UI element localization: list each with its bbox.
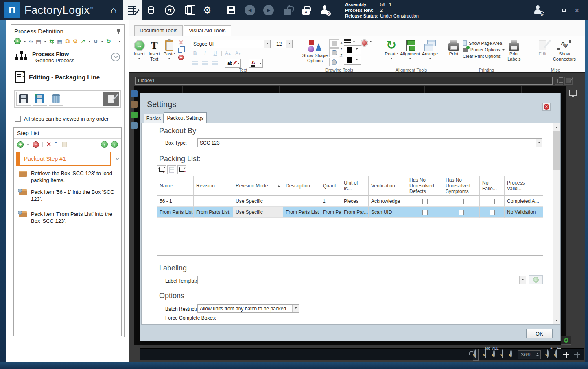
tab-visual-aid-tools[interactable]: Visual Aid Tools	[184, 25, 231, 36]
symptoms-checkbox[interactable]	[459, 199, 464, 204]
combo-caret-icon[interactable]	[264, 40, 270, 48]
show-shape-options-button[interactable]: Show Shape Options	[301, 37, 329, 64]
fit-to-screen-icon[interactable]	[569, 90, 577, 96]
zoom-spinner-arrows[interactable]	[534, 351, 540, 359]
import-save-button[interactable]: ↰	[33, 92, 47, 106]
batch-restrictions-combo[interactable]: Allow units from any batch to be packed	[197, 304, 299, 313]
add-step-icon[interactable]: +	[17, 141, 24, 148]
bold-button[interactable]: B	[191, 50, 199, 57]
collapse-toolbar-icon[interactable]	[118, 41, 121, 43]
add-dropdown-icon[interactable]	[24, 41, 26, 43]
column-header[interactable]: Unit of Is...	[341, 176, 369, 196]
column-header[interactable]: Verification...	[369, 176, 407, 196]
bell-icon[interactable]: Ω	[65, 38, 70, 44]
any-order-checkbox[interactable]	[15, 116, 21, 122]
insert-button[interactable]: → Insert	[132, 37, 147, 60]
step-item[interactable]: Pack item '56 - 1' into the Box 'SCC 123…	[14, 186, 121, 204]
browse-part-button[interactable]: ⌕	[157, 165, 166, 174]
edit-button[interactable]: Edit	[533, 37, 551, 57]
column-header[interactable]: Revision	[194, 176, 233, 196]
combo-caret-icon[interactable]	[292, 305, 299, 312]
dialog-close-button[interactable]: ✕	[542, 103, 551, 111]
box-type-combo[interactable]: SCC 123	[197, 138, 542, 147]
remove-step-icon[interactable]: −	[33, 141, 39, 148]
bucket-icon[interactable]: ∪	[94, 38, 98, 44]
scroll-down-icon[interactable]	[553, 317, 560, 324]
duplicate-page-icon[interactable]	[555, 77, 563, 85]
pan-move-icon[interactable]	[563, 352, 569, 358]
bucket-dropdown-icon[interactable]	[101, 41, 103, 43]
shrink-font-icon[interactable]: A▾	[234, 50, 242, 57]
shape-square-button[interactable]	[329, 39, 339, 48]
font-size-combo[interactable]: 12	[274, 40, 293, 48]
show-page-area-button[interactable]: Show Page Area	[463, 40, 505, 46]
print-button[interactable]: Print	[445, 37, 463, 57]
copy-icon[interactable]	[55, 142, 59, 147]
combo-caret-icon[interactable]	[536, 139, 542, 147]
save-icon[interactable]	[222, 0, 240, 20]
cut-icon[interactable]	[178, 40, 184, 46]
materials-icon[interactable]	[142, 0, 160, 20]
minimize-button[interactable]: –	[546, 5, 556, 15]
combo-caret-icon[interactable]	[286, 40, 292, 48]
cut-icon[interactable]	[46, 142, 52, 147]
save-button[interactable]	[16, 92, 31, 106]
grow-font-icon[interactable]: A▴	[224, 50, 232, 57]
print-dropdown-icon[interactable]	[44, 41, 46, 43]
search-binoculars-icon[interactable]: ∞	[29, 38, 33, 44]
find-process-icon[interactable]: ⚲	[315, 0, 334, 20]
column-header[interactable]: Quant...	[320, 176, 341, 196]
shape-scroll-down-icon[interactable]: ▼	[340, 47, 343, 51]
process-flow-row[interactable]: Process Flow Generic Process	[11, 47, 124, 67]
rotate-button[interactable]: ↻ Rotate	[383, 37, 400, 60]
export-dropdown-icon[interactable]	[88, 41, 91, 43]
zoom-in-fast-button[interactable]: ++	[555, 349, 558, 360]
column-header[interactable]: Has No Unresolved Symptoms	[443, 176, 480, 196]
symptoms-checkbox[interactable]	[459, 210, 464, 215]
copy-icon[interactable]	[178, 48, 182, 53]
no-failed-checkbox[interactable]	[490, 210, 495, 215]
scroll-up-icon[interactable]	[553, 123, 560, 130]
label-template-combo[interactable]	[197, 276, 526, 284]
home-icon[interactable]: ⌂	[104, 0, 123, 20]
zoom-in-button[interactable]: +	[546, 349, 549, 360]
exchange-icon[interactable]: ⇆	[49, 38, 54, 44]
column-header[interactable]: Has No Unresolved Defects	[407, 176, 443, 196]
gear-icon[interactable]: ⚙	[72, 38, 78, 44]
back-icon[interactable]: ◄	[240, 0, 259, 20]
export-icon[interactable]: ↗	[81, 38, 85, 44]
add-step-dropdown-icon[interactable]	[27, 144, 29, 146]
shape-more-icon[interactable]: ▼▔	[340, 53, 343, 60]
step-item[interactable]: Pack item 'From Parts List' into the Box…	[14, 208, 121, 226]
align-center-icon[interactable]	[201, 59, 209, 67]
record-indicator-button[interactable]	[561, 336, 571, 345]
shape-ellipse-button[interactable]	[329, 58, 339, 66]
picture-dropdown[interactable]	[361, 37, 372, 46]
column-header[interactable]: Name	[157, 176, 194, 196]
arrange-button[interactable]: Arrange	[420, 37, 439, 60]
font-family-combo[interactable]: Segoe UI	[191, 40, 271, 48]
zoom-all-button[interactable]: ALL	[492, 349, 496, 360]
clear-print-options-button[interactable]: Clear Print Options	[463, 54, 505, 59]
add-icon[interactable]: +	[14, 38, 21, 44]
column-header[interactable]: No Faile...	[480, 176, 505, 196]
refresh-icon[interactable]: ↻	[106, 38, 111, 44]
line-style-dropdown[interactable]	[344, 39, 361, 44]
process-editor-icon[interactable]	[123, 0, 142, 20]
zoom-selection-button[interactable]	[473, 349, 479, 361]
insert-text-button[interactable]: T Insert Text	[147, 37, 162, 62]
pan-tool-icon[interactable]	[131, 101, 138, 108]
step-chevron-icon[interactable]	[116, 156, 120, 160]
column-header[interactable]: Description	[283, 176, 320, 196]
align-right-icon[interactable]	[211, 59, 219, 67]
discard-button[interactable]	[49, 92, 63, 106]
zoom-out-fast-button[interactable]: --	[501, 349, 504, 360]
documents-icon[interactable]	[179, 0, 198, 20]
ok-button[interactable]: OK	[526, 329, 553, 338]
defects-checkbox[interactable]	[422, 210, 428, 215]
tab-packout-settings[interactable]: Packout Settings	[164, 112, 207, 123]
paste-icon[interactable]	[62, 142, 67, 147]
combo-caret-icon[interactable]	[519, 276, 526, 284]
font-color-combo[interactable]: A	[249, 59, 263, 68]
forward-icon[interactable]: ►	[259, 0, 278, 20]
